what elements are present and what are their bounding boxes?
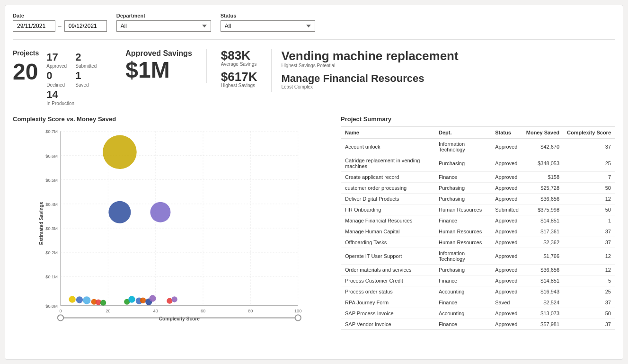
bubble-purple[interactable]: [150, 202, 170, 222]
kpi-highlight-main-sub: Highest Savings Potential: [281, 63, 458, 68]
status-filter-select[interactable]: All: [221, 20, 315, 32]
table-row[interactable]: RPA Journey Form Finance Saved $2,524 37: [341, 297, 615, 308]
bubble-small-2[interactable]: [76, 297, 83, 303]
cell-money: $348,053: [522, 155, 563, 172]
kpi-production-stat: 14 In Production: [46, 89, 97, 106]
svg-text:40: 40: [153, 309, 158, 313]
col-status: Status: [491, 127, 522, 139]
cell-money: $36,656: [522, 265, 563, 275]
bubble-small-3[interactable]: [83, 297, 90, 304]
cell-complexity: 25: [563, 155, 615, 172]
svg-text:80: 80: [248, 309, 253, 313]
kpi-approved-count: 17: [46, 51, 68, 63]
status-filter-group: Status All: [221, 13, 315, 32]
kpi-avg-value: $83K: [221, 49, 257, 62]
svg-text:$0.5M: $0.5M: [45, 178, 58, 183]
kpi-production-label: In Production: [46, 101, 97, 106]
cell-complexity: 12: [563, 265, 615, 275]
dashboard: Date – Department All Status All Project…: [5, 5, 623, 360]
status-filter-label: Status: [221, 13, 315, 18]
cell-name: Operate IT User Support: [341, 248, 435, 265]
cell-status: Approved: [491, 183, 522, 194]
cell-dept: Information Technology: [435, 139, 491, 155]
cell-money: $158: [522, 172, 563, 183]
chart-title: Complexity Score vs. Money Saved: [13, 115, 331, 123]
cell-name: customer order processing: [341, 183, 435, 194]
filters-bar: Date – Department All Status All: [13, 13, 615, 40]
kpi-highlight-secondary: Manage Financial Resources: [281, 73, 458, 84]
svg-text:$0.2M: $0.2M: [45, 250, 58, 255]
table-row[interactable]: Catridge replacement in vending machines…: [341, 155, 615, 172]
cell-money: $25,728: [522, 183, 563, 194]
table-row[interactable]: Process Customer Credit Finance Approved…: [341, 275, 615, 286]
kpi-approved-stat: 17 Approved: [46, 51, 68, 69]
table-row[interactable]: Create applicant record Finance Approved…: [341, 172, 615, 183]
cell-dept: Human Resources: [435, 237, 491, 248]
table-row[interactable]: Process order status Accounting Approved…: [341, 286, 615, 297]
cell-name: Deliver Digital Products: [341, 194, 435, 204]
table-row[interactable]: Offboarding Tasks Human Resources Approv…: [341, 237, 615, 248]
table-row[interactable]: Manage Financial Resources Finance Appro…: [341, 215, 615, 226]
bubble-vending[interactable]: [103, 135, 137, 169]
cell-status: Approved: [491, 275, 522, 286]
bubble-small-6[interactable]: [100, 300, 106, 306]
table-row[interactable]: SAP Process Invoice Accounting Approved …: [341, 308, 615, 319]
cell-status: Approved: [491, 194, 522, 204]
col-money: Money Saved: [522, 127, 563, 139]
kpi-highlight: Vending machine replacement Highest Savi…: [272, 49, 468, 89]
bubble-orange2[interactable]: [140, 298, 146, 303]
cell-name: Catridge replacement in vending machines: [341, 155, 435, 172]
kpi-projects-title: Projects: [13, 49, 39, 57]
cell-money: $2,362: [522, 237, 563, 248]
svg-text:$0.1M: $0.1M: [45, 275, 58, 280]
cell-complexity: 12: [563, 194, 615, 204]
table-row[interactable]: Operate IT User Support Information Tech…: [341, 248, 615, 265]
dept-filter-select[interactable]: All: [116, 20, 211, 32]
kpi-stats-grid: 17 Approved 2 Submitted 0 Declined 1 Sav…: [46, 51, 97, 106]
col-name: Name: [341, 127, 435, 139]
col-dept: Dept.: [435, 127, 491, 139]
cell-name: SAP Process Invoice: [341, 308, 435, 319]
kpi-approved-label: Approved: [46, 63, 68, 69]
date-filter-label: Date: [13, 13, 107, 18]
kpi-avg-savings: $83K Average Savings: [221, 49, 257, 67]
table-row[interactable]: Account unlock Information Technology Ap…: [341, 139, 615, 155]
bubble-teal[interactable]: [128, 296, 135, 303]
table-wrapper[interactable]: Name Dept. Status Money Saved Complexity…: [341, 126, 615, 330]
cell-money: $13,073: [522, 308, 563, 319]
cell-name: HR Onboarding: [341, 204, 435, 215]
bubble-small-1[interactable]: [69, 296, 75, 303]
table-row[interactable]: Deliver Digital Products Purchasing Appr…: [341, 194, 615, 204]
bubble-purple2[interactable]: [149, 295, 156, 302]
cell-status: Saved: [491, 297, 522, 308]
table-title: Project Summary: [341, 115, 615, 123]
kpi-submitted-stat: 2 Submitted: [75, 51, 97, 69]
date-from-input[interactable]: [13, 20, 55, 32]
table-row[interactable]: customer order processing Purchasing App…: [341, 183, 615, 194]
kpi-projects-left: Projects 20: [13, 49, 39, 83]
table-row[interactable]: Manage Human Capital Human Resources App…: [341, 226, 615, 237]
table-row[interactable]: Order materials and services Purchasing …: [341, 265, 615, 275]
project-table: Name Dept. Status Money Saved Complexity…: [341, 127, 615, 330]
svg-text:0: 0: [59, 309, 62, 313]
cell-complexity: 37: [563, 297, 615, 308]
date-to-input[interactable]: [64, 20, 107, 32]
chart-container: $0.7M $0.6M $0.5M $0.4M $0.3M $0.2M $0.1…: [13, 126, 331, 330]
total-empty-2: [491, 330, 522, 330]
bubble-purple3[interactable]: [171, 297, 177, 302]
kpi-declined-stat: 0 Declined: [46, 70, 68, 87]
bubble-hr[interactable]: [108, 201, 131, 223]
kpi-saved-count: 1: [75, 70, 97, 82]
cell-dept: Finance: [435, 275, 491, 286]
cell-status: Approved: [491, 139, 522, 155]
svg-text:100: 100: [294, 309, 301, 313]
table-row[interactable]: SAP Vendor Invoice Finance Approved $57,…: [341, 319, 615, 330]
table-row[interactable]: HR Onboarding Human Resources Submitted …: [341, 204, 615, 215]
cell-status: Approved: [491, 248, 522, 265]
cell-dept: Finance: [435, 215, 491, 226]
cell-dept: Human Resources: [435, 226, 491, 237]
chart-section: Complexity Score vs. Money Saved: [13, 115, 331, 330]
kpi-saved-stat: 1 Saved: [75, 70, 97, 87]
cell-money: $1,766: [522, 248, 563, 265]
chart-svg: $0.7M $0.6M $0.5M $0.4M $0.3M $0.2M $0.1…: [13, 126, 331, 330]
